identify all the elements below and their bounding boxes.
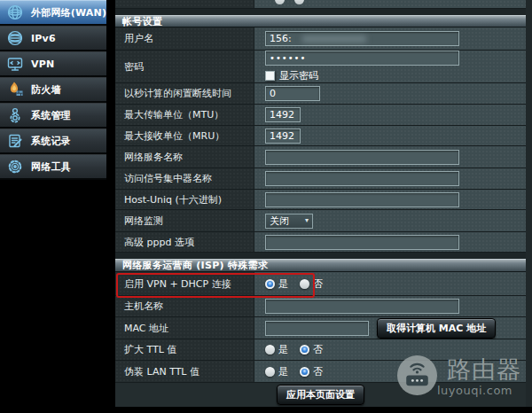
vpn-dhcp-label: 启用 VPN + DHCP 连接 [115,272,254,295]
cutoff-radio [275,0,285,4]
sidebar-item-ipv6[interactable]: IPv6 [0,26,106,51]
password-input[interactable] [265,51,459,66]
panel-right-edge [526,0,532,407]
ac-name-input[interactable] [265,171,459,186]
idle-time-row: 以秒计算的闲置断线时间 [115,83,526,105]
extend-ttl-yes-label: 是 [278,343,288,356]
spoof-lan-ttl-yes-radio[interactable] [265,367,275,377]
username-input[interactable] [265,31,459,46]
service-name-row: 网络服务名称 [115,146,526,168]
extend-ttl-no-label: 否 [313,343,323,356]
router-admin-page: { "sidebar": { "items": [ {"label": "外部网… [0,0,532,413]
get-computer-mac-button[interactable]: 取得计算机 MAC 地址 [377,318,496,339]
sidebar-item-label: VPN [31,58,54,70]
cutoff-row-label [115,0,254,8]
mru-input[interactable] [265,129,301,144]
section-header-isp: 网络服务运营商 (ISP) 特殊需求 [115,259,526,272]
vpn-dhcp-yes-radio[interactable] [265,279,275,289]
idle-time-label: 以秒计算的闲置断线时间 [115,83,254,104]
show-password-checkbox[interactable] [265,71,275,81]
username-label: 用户名 [115,27,254,50]
idle-time-input[interactable] [265,86,320,101]
spoof-lan-ttl-no-radio[interactable] [300,367,309,377]
apply-button[interactable]: 应用本页面设置 [277,385,364,405]
internet-detection-label: 网络监测 [115,210,254,231]
admin-gear-icon [6,106,24,124]
mtu-input[interactable] [265,107,301,122]
mru-label: 最大接收单位（MRU） [115,126,254,145]
vpn-dhcp-yes-label: 是 [278,277,288,291]
spoof-lan-ttl-row: 伪装 LAN TTL 值 是 否 [115,361,526,383]
service-name-label: 网络服务名称 [115,146,254,168]
service-name-input[interactable] [265,150,459,165]
log-icon [6,132,24,150]
mtu-row: 最大传输单位（MTU） [115,105,526,126]
cutoff-radio [294,0,304,4]
mac-address-row: MAC 地址 取得计算机 MAC 地址 [115,317,526,339]
section-gap [115,9,526,15]
section-gap [115,253,526,259]
selected-option: 关闭 [270,214,289,228]
pppd-options-input[interactable] [265,235,459,250]
chevron-down-icon: ▾ [305,217,309,224]
sidebar-item-label: 系统管理 [31,109,71,122]
host-uniq-row: Host-Uniq (十六进制) [115,190,526,210]
flame-icon [6,81,24,98]
internet-detection-select[interactable]: 关闭 ▾ [265,214,313,229]
extend-ttl-row: 扩大 TTL 值 是 否 [115,339,526,361]
host-uniq-label: Host-Uniq (十六进制) [115,190,254,209]
extend-ttl-yes-radio[interactable] [265,345,275,355]
sidebar-item-network-tools[interactable]: 网络工具 [0,154,106,180]
sidebar-item-firewall[interactable]: 防火墙 [0,77,106,103]
cutoff-row-value [254,0,526,8]
sidebar-item-system-admin[interactable]: 系统管理 [0,103,106,129]
mac-address-input[interactable] [265,321,369,336]
globe-icon [6,4,24,21]
vpn-dhcp-no-radio[interactable] [300,279,309,289]
ac-name-label: 访问信号集中器名称 [115,168,254,189]
show-password-label: 显示密码 [279,69,318,82]
section-header-account: 帐号设置 [115,15,526,27]
internet-detection-row: 网络监测 关闭 ▾ [115,210,526,232]
mru-row: 最大接收单位（MRU） [115,126,526,146]
sidebar-item-label: IPv6 [31,33,56,44]
sidebar-item-label: 网络工具 [31,160,71,174]
sidebar-item-label: 外部网络(WAN) [31,6,106,19]
spoof-lan-ttl-label: 伪装 LAN TTL 值 [115,361,254,382]
vpn-dhcp-no-label: 否 [313,277,323,291]
spoof-lan-ttl-yes-label: 是 [278,365,288,378]
password-label: 密码 [115,51,254,82]
sidebar-item-system-log[interactable]: 系统记录 [0,129,106,154]
sidebar-item-label: 防火墙 [31,83,61,97]
mtu-label: 最大传输单位（MTU） [115,105,254,125]
gear-icon [6,158,24,175]
sidebar-item-label: 系统记录 [31,135,71,148]
extend-ttl-no-radio[interactable] [300,345,309,355]
sidebar-item-wan[interactable]: 外部网络(WAN) [0,0,106,26]
username-row: 用户名 [115,27,526,51]
footer-bar: 应用本页面设置 [115,383,526,407]
password-row: 密码 显示密码 [115,51,526,83]
sidebar-item-vpn[interactable]: VPN [0,51,106,77]
spoof-lan-ttl-no-label: 否 [313,365,323,378]
hostname-row: 主机名称 [115,296,526,317]
host-uniq-input[interactable] [265,192,459,207]
cutoff-row [115,0,526,9]
vpn-dhcp-row: 启用 VPN + DHCP 连接 是 否 [115,272,526,296]
hostname-label: 主机名称 [115,296,254,316]
extend-ttl-label: 扩大 TTL 值 [115,339,254,360]
monitor-icon [6,55,24,73]
pppd-options-row: 高级 pppd 选项 [115,232,526,253]
ac-name-row: 访问信号集中器名称 [115,168,526,190]
pppd-options-label: 高级 pppd 选项 [115,232,254,252]
globe-icon [6,29,24,47]
wan-settings-panel: 帐号设置 用户名 密码 显示密码 以秒计算的闲置断线时间 最大传输单位（MTU） [115,0,526,407]
hostname-input[interactable] [265,299,459,314]
sidebar-nav: 外部网络(WAN) IPv6 VPN 防火墙 系统管理 系统记录 网络工具 [0,0,106,180]
mac-address-label: MAC 地址 [115,317,254,339]
